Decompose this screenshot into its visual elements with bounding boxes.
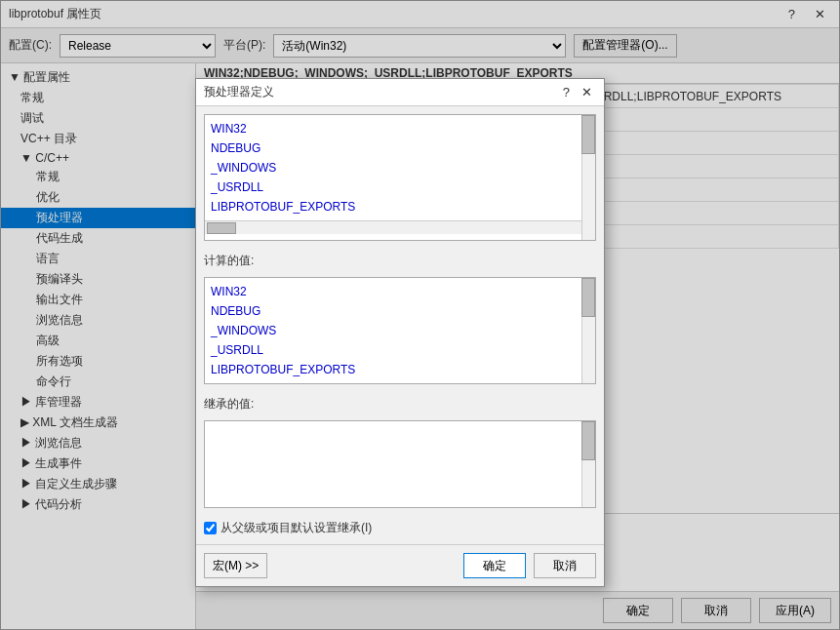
modal-btn-right: 确定 取消 <box>463 553 596 578</box>
list-item: _USRDLL <box>209 177 578 197</box>
macro-button[interactable]: 宏(M) >> <box>204 553 267 578</box>
modal-title-buttons: ? ✕ <box>559 85 596 99</box>
list-item: WIN32 <box>209 119 578 138</box>
modal-titlebar: 预处理器定义 ? ✕ <box>196 79 604 106</box>
modal-dialog: 预处理器定义 ? ✕ WIN32 NDEBUG _WINDOWS _USRDLL… <box>195 78 605 587</box>
modal-bottom: 宏(M) >> 确定 取消 <box>196 544 604 586</box>
list-item: _WINDOWS <box>209 158 578 177</box>
list-item: _WINDOWS <box>209 321 578 340</box>
computed-list-scrollbar[interactable] <box>581 278 595 383</box>
scrollbar-thumb[interactable] <box>581 421 595 460</box>
list-item: LIBPROTOBUF_EXPORTS <box>209 197 578 217</box>
list-item: NDEBUG <box>209 138 578 158</box>
main-window: libprotobuf 属性页 ? ✕ 配置(C): Release 平台(P)… <box>0 0 840 630</box>
list-item: WIN32 <box>209 282 578 301</box>
computed-list-hscrollbar[interactable] <box>205 383 595 384</box>
modal-ok-button[interactable]: 确定 <box>463 553 526 578</box>
computed-list-box: WIN32 NDEBUG _WINDOWS _USRDLL LIBPROTOBU… <box>204 277 596 384</box>
inherited-list-scrollbar[interactable] <box>581 421 595 507</box>
inherit-label[interactable]: 从父级或项目默认设置继承(I) <box>220 520 372 536</box>
top-list-scrollbar[interactable] <box>581 115 595 240</box>
modal-body: WIN32 NDEBUG _WINDOWS _USRDLL LIBPROTOBU… <box>196 106 604 544</box>
modal-title: 预处理器定义 <box>204 84 274 100</box>
top-list-box[interactable]: WIN32 NDEBUG _WINDOWS _USRDLL LIBPROTOBU… <box>204 114 596 241</box>
top-list-hscrollbar[interactable] <box>205 220 595 234</box>
checkbox-row: 从父级或项目默认设置继承(I) <box>204 520 596 536</box>
modal-cancel-button[interactable]: 取消 <box>534 553 596 578</box>
inherited-list-box <box>204 420 596 508</box>
modal-help-button[interactable]: ? <box>559 85 574 99</box>
modal-close-button[interactable]: ✕ <box>578 85 596 99</box>
inherited-label: 继承的值: <box>204 396 596 413</box>
list-item: _USRDLL <box>209 340 578 360</box>
inherit-checkbox[interactable] <box>204 522 217 534</box>
scrollbar-thumb[interactable] <box>581 278 595 317</box>
hscrollbar-thumb[interactable] <box>207 222 236 234</box>
scrollbar-thumb[interactable] <box>581 115 595 154</box>
list-item: LIBPROTOBUF_EXPORTS <box>209 360 578 379</box>
modal-overlay: 预处理器定义 ? ✕ WIN32 NDEBUG _WINDOWS _USRDLL… <box>0 0 840 630</box>
computed-label: 计算的值: <box>204 253 596 269</box>
list-item: NDEBUG <box>209 301 578 321</box>
